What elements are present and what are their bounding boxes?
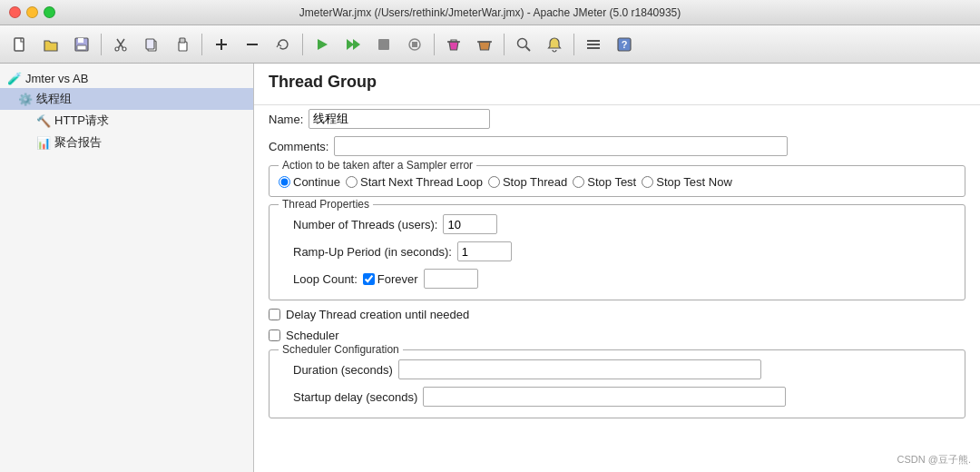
separator-4 bbox=[434, 34, 435, 55]
list-view-button[interactable] bbox=[579, 30, 608, 59]
clear-results-button[interactable] bbox=[439, 30, 468, 59]
clear-all-button[interactable] bbox=[470, 30, 499, 59]
http-icon: 🔨 bbox=[36, 114, 51, 128]
num-threads-row: Number of Threads (users): bbox=[279, 211, 956, 238]
cut-button[interactable] bbox=[106, 30, 135, 59]
svg-rect-2 bbox=[78, 38, 83, 43]
scheduler-label: Scheduler bbox=[286, 329, 339, 342]
comments-label: Comments: bbox=[269, 140, 328, 153]
stop-test-now-radio[interactable] bbox=[642, 176, 653, 188]
thread-properties-legend: Thread Properties bbox=[279, 198, 373, 211]
forever-option[interactable]: Forever bbox=[363, 272, 418, 286]
run-button[interactable] bbox=[308, 30, 337, 59]
ramp-up-row: Ramp-Up Period (in seconds): bbox=[279, 238, 956, 265]
svg-point-21 bbox=[518, 38, 527, 47]
stop-thread-label: Stop Thread bbox=[503, 175, 567, 189]
stop-test-option[interactable]: Stop Test bbox=[573, 175, 636, 189]
maximize-button[interactable] bbox=[44, 6, 55, 18]
sidebar-item-thread-group[interactable]: ⚙️ 线程组 bbox=[0, 88, 253, 110]
startup-delay-label: Startup delay (seconds) bbox=[293, 390, 417, 404]
stop-test-radio[interactable] bbox=[573, 176, 584, 188]
reset-button[interactable] bbox=[269, 30, 298, 59]
svg-rect-23 bbox=[587, 40, 600, 42]
workbench-icon: 🧪 bbox=[7, 72, 22, 85]
separator-2 bbox=[201, 34, 202, 55]
close-button[interactable] bbox=[9, 6, 21, 18]
name-input[interactable] bbox=[309, 109, 490, 129]
svg-text:?: ? bbox=[622, 39, 628, 50]
start-next-thread-loop-option[interactable]: Start Next Thread Loop bbox=[346, 175, 483, 189]
add-node-button[interactable] bbox=[207, 30, 236, 59]
loop-count-row: Loop Count: Forever bbox=[279, 265, 956, 292]
search-toolbar-button[interactable] bbox=[509, 30, 538, 59]
separator-3 bbox=[302, 34, 303, 55]
continue-option[interactable]: Continue bbox=[279, 175, 340, 189]
scheduler-checkbox[interactable] bbox=[269, 329, 280, 341]
stop-thread-radio[interactable] bbox=[488, 176, 500, 188]
help-button[interactable]: ? bbox=[610, 30, 639, 59]
num-threads-input[interactable] bbox=[443, 214, 497, 234]
delay-creation-label: Delay Thread creation until needed bbox=[286, 308, 469, 321]
remove-node-button[interactable] bbox=[238, 30, 267, 59]
sidebar-item-test-plan[interactable]: 🧪 Jmter vs AB bbox=[0, 69, 253, 88]
footer-watermark: CSDN @豆子熊. bbox=[897, 453, 971, 467]
action-section: Action to be taken after a Sampler error… bbox=[269, 165, 965, 197]
loop-count-label: Loop Count: bbox=[293, 272, 358, 286]
stop-button[interactable] bbox=[369, 30, 398, 59]
aggregate-report-label: 聚合报告 bbox=[54, 134, 102, 151]
comments-input[interactable] bbox=[334, 136, 788, 156]
continue-radio[interactable] bbox=[279, 176, 290, 188]
content-panel: Thread Group Name: Comments: Action to b… bbox=[254, 64, 980, 472]
svg-marker-14 bbox=[347, 39, 354, 50]
forever-checkbox[interactable] bbox=[363, 273, 375, 285]
svg-rect-18 bbox=[412, 42, 417, 47]
svg-line-22 bbox=[526, 46, 531, 51]
separator-1 bbox=[101, 34, 102, 55]
delay-creation-row: Delay Thread creation until needed bbox=[254, 304, 980, 325]
minimize-button[interactable] bbox=[26, 6, 38, 18]
report-icon: 📊 bbox=[36, 136, 51, 150]
stop-test-now-option[interactable]: Stop Test Now bbox=[642, 175, 732, 189]
svg-rect-9 bbox=[180, 38, 185, 43]
ramp-up-input[interactable] bbox=[457, 241, 512, 261]
forever-label: Forever bbox=[377, 272, 418, 286]
scheduler-config-section: Scheduler Configuration Duration (second… bbox=[269, 349, 965, 418]
copy-button[interactable] bbox=[137, 30, 166, 59]
duration-input[interactable] bbox=[398, 359, 761, 379]
new-button[interactable] bbox=[5, 30, 34, 59]
loop-count-input[interactable] bbox=[424, 269, 478, 289]
stop-now-button[interactable] bbox=[400, 30, 429, 59]
num-threads-label: Number of Threads (users): bbox=[293, 218, 437, 231]
svg-rect-24 bbox=[587, 44, 600, 45]
svg-marker-13 bbox=[318, 39, 328, 50]
svg-marker-15 bbox=[353, 39, 360, 50]
save-button[interactable] bbox=[67, 30, 96, 59]
duration-row: Duration (seconds) bbox=[279, 356, 956, 383]
ramp-up-label: Ramp-Up Period (in seconds): bbox=[293, 245, 452, 259]
stop-thread-option[interactable]: Stop Thread bbox=[488, 175, 567, 189]
paste-button[interactable] bbox=[168, 30, 197, 59]
startup-delay-input[interactable] bbox=[423, 387, 786, 407]
gear-icon: ⚙️ bbox=[18, 93, 33, 106]
run-no-pause-button[interactable] bbox=[338, 30, 368, 59]
toolbar: ? bbox=[0, 25, 980, 64]
startup-delay-row: Startup delay (seconds) bbox=[279, 383, 956, 410]
delay-creation-checkbox[interactable] bbox=[269, 309, 280, 320]
window-controls[interactable] bbox=[9, 6, 55, 18]
sidebar: 🧪 Jmter vs AB ⚙️ 线程组 🔨 HTTP请求 📊 聚合报告 bbox=[0, 64, 254, 472]
start-next-thread-loop-label: Start Next Thread Loop bbox=[360, 175, 483, 189]
sidebar-item-http-request[interactable]: 🔨 HTTP请求 bbox=[0, 110, 253, 132]
start-next-thread-loop-radio[interactable] bbox=[346, 176, 358, 188]
name-label: Name: bbox=[269, 113, 303, 126]
test-plan-label: Jmter vs AB bbox=[25, 72, 88, 85]
bell-button[interactable] bbox=[540, 30, 569, 59]
svg-rect-7 bbox=[146, 39, 154, 49]
open-button[interactable] bbox=[36, 30, 65, 59]
sidebar-item-aggregate-report[interactable]: 📊 聚合报告 bbox=[0, 132, 253, 153]
separator-5 bbox=[504, 34, 505, 55]
thread-group-label: 线程组 bbox=[36, 91, 72, 107]
panel-header: Thread Group bbox=[254, 64, 980, 105]
svg-rect-3 bbox=[77, 45, 86, 50]
action-section-legend: Action to be taken after a Sampler error bbox=[279, 159, 476, 172]
duration-label: Duration (seconds) bbox=[293, 363, 393, 377]
